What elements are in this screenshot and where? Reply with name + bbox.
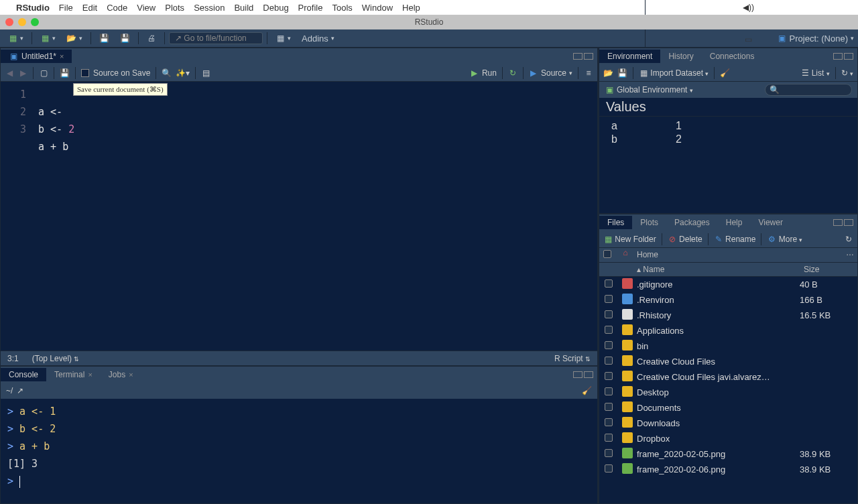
show-in-new-window-icon[interactable]: ▢ xyxy=(39,68,48,78)
project-menu[interactable]: ▣ Project: (None) ▾ xyxy=(778,34,854,44)
battery-icon[interactable]: ▭ xyxy=(745,35,752,44)
menu-session[interactable]: Session xyxy=(194,3,225,13)
load-workspace-icon[interactable]: 📂 xyxy=(603,68,613,78)
menu-build[interactable]: Build xyxy=(234,3,253,13)
refresh-files-icon[interactable]: ↻ xyxy=(844,235,853,244)
new-file-button[interactable]: ▦▾ xyxy=(4,32,27,44)
refresh-env-icon[interactable]: ↻ ▾ xyxy=(841,68,853,78)
minimize-env-icon[interactable] xyxy=(833,53,843,60)
scope-selector[interactable]: (Top Level) ⇅ xyxy=(32,354,80,363)
minimize-files-icon[interactable] xyxy=(833,219,843,226)
file-row[interactable]: .gitignore40 B xyxy=(599,277,857,292)
rerun-icon[interactable]: ↻ xyxy=(508,68,517,78)
history-tab[interactable]: History xyxy=(660,50,701,63)
maximize-console-icon[interactable] xyxy=(584,371,593,378)
file-checkbox[interactable] xyxy=(605,464,613,472)
back-icon[interactable]: ◀ xyxy=(5,68,14,78)
minimize-window-icon[interactable] xyxy=(18,18,26,26)
file-row[interactable]: Desktop xyxy=(599,385,857,400)
col-name[interactable]: ▴ Name xyxy=(633,263,800,276)
menu-window[interactable]: Window xyxy=(362,3,393,13)
env-search-input[interactable]: 🔍 xyxy=(765,84,852,96)
delete-button[interactable]: ⊘ Delete xyxy=(668,235,702,244)
close-window-icon[interactable] xyxy=(5,18,13,26)
source-button[interactable]: ▶Source ▾ xyxy=(529,68,572,78)
save-workspace-icon[interactable]: 💾 xyxy=(617,68,627,78)
new-project-button[interactable]: ▦▾ xyxy=(36,32,60,44)
file-checkbox[interactable] xyxy=(605,387,613,395)
file-row[interactable]: Creative Cloud Files javi.alvarez… xyxy=(599,369,857,385)
file-row[interactable]: .Renviron166 B xyxy=(599,292,857,308)
jobs-tab[interactable]: Jobs × xyxy=(101,368,141,381)
file-checkbox[interactable] xyxy=(605,310,613,318)
file-row[interactable]: frame_2020-02-06.png38.9 KB xyxy=(599,462,857,477)
file-row[interactable]: Documents xyxy=(599,400,857,416)
forward-icon[interactable]: ▶ xyxy=(18,68,27,78)
home-icon[interactable]: ⌂ xyxy=(623,248,627,257)
addins-button[interactable]: Addins ▾ xyxy=(298,32,339,45)
menu-tools[interactable]: Tools xyxy=(332,3,352,13)
maximize-files-icon[interactable] xyxy=(844,219,853,226)
packages-tab[interactable]: Packages xyxy=(666,216,718,229)
new-folder-button[interactable]: ▦ New Folder xyxy=(603,235,656,244)
import-dataset-button[interactable]: ▦ Import Dataset ▾ xyxy=(639,68,709,78)
open-file-button[interactable]: 📂▾ xyxy=(62,32,86,44)
clear-console-icon[interactable]: 🧹 xyxy=(582,386,592,395)
menu-profile[interactable]: Profile xyxy=(298,3,323,13)
menu-view[interactable]: View xyxy=(137,3,156,13)
maximize-env-icon[interactable] xyxy=(844,53,853,60)
file-checkbox[interactable] xyxy=(605,449,613,457)
connections-tab[interactable]: Connections xyxy=(702,50,763,63)
filetype-selector[interactable]: R Script ⇅ xyxy=(554,354,591,363)
source-on-save-checkbox[interactable] xyxy=(81,69,89,77)
console-popout-icon[interactable]: ↗ xyxy=(15,386,25,395)
zoom-window-icon[interactable] xyxy=(31,18,39,26)
menu-debug[interactable]: Debug xyxy=(263,3,288,13)
clear-env-icon[interactable]: 🧹 xyxy=(720,68,730,78)
plots-tab[interactable]: Plots xyxy=(632,216,666,229)
menu-plots[interactable]: Plots xyxy=(165,3,184,13)
wand-icon[interactable]: ✨▾ xyxy=(176,68,190,78)
find-icon[interactable]: 🔍 xyxy=(162,68,172,78)
volume-icon[interactable]: ◀)) xyxy=(743,3,754,12)
save-source-button[interactable]: 💾 xyxy=(60,68,70,78)
console-output[interactable]: > a <- 1 > b <- 2 > a + b [1] 3 > xyxy=(1,399,597,503)
close-tab-icon[interactable]: × xyxy=(60,52,64,60)
files-tab[interactable]: Files xyxy=(599,216,632,229)
path-more-icon[interactable]: … xyxy=(843,248,857,262)
minimize-console-icon[interactable] xyxy=(573,371,583,378)
source-tab[interactable]: ▣ Untitled1* × xyxy=(1,50,72,63)
window-titlebar[interactable]: RStudio xyxy=(0,15,858,29)
env-row[interactable]: b2 xyxy=(599,133,857,146)
app-name[interactable]: RStudio xyxy=(16,3,50,13)
source-editor[interactable]: 1 2 3 a <- b <- 2 a + b Save current doc… xyxy=(1,82,597,351)
env-scope[interactable]: Global Environment ▾ xyxy=(617,85,693,94)
console-tab[interactable]: Console xyxy=(1,368,46,381)
file-row[interactable]: frame_2020-02-05.png38.9 KB xyxy=(599,446,857,462)
select-all-checkbox[interactable] xyxy=(603,250,611,258)
file-checkbox[interactable] xyxy=(605,372,613,380)
terminal-tab[interactable]: Terminal × xyxy=(46,368,101,381)
file-checkbox[interactable] xyxy=(605,434,613,442)
outline-icon[interactable]: ≡ xyxy=(584,68,593,78)
compile-report-icon[interactable]: ▤ xyxy=(201,68,210,78)
viewer-tab[interactable]: Viewer xyxy=(750,216,790,229)
file-checkbox[interactable] xyxy=(605,357,613,365)
save-button[interactable]: 💾 xyxy=(95,32,113,44)
env-row[interactable]: a1 xyxy=(599,119,857,133)
file-checkbox[interactable] xyxy=(605,403,613,411)
file-checkbox[interactable] xyxy=(605,295,613,303)
file-row[interactable]: Dropbox xyxy=(599,431,857,446)
menu-edit[interactable]: Edit xyxy=(82,3,97,13)
env-view-mode[interactable]: ☰ List ▾ xyxy=(802,68,829,78)
menu-code[interactable]: Code xyxy=(107,3,127,13)
file-row[interactable]: Downloads xyxy=(599,416,857,431)
goto-file-input[interactable]: ↗ Go to file/function xyxy=(169,32,263,44)
menu-file[interactable]: File xyxy=(59,3,73,13)
col-size[interactable]: Size xyxy=(800,263,857,276)
file-row[interactable]: bin xyxy=(599,338,857,354)
file-row[interactable]: Creative Cloud Files xyxy=(599,354,857,369)
file-checkbox[interactable] xyxy=(605,279,613,288)
maximize-pane-icon[interactable] xyxy=(584,53,593,60)
workspace-panes-button[interactable]: ▦▾ xyxy=(271,32,295,44)
